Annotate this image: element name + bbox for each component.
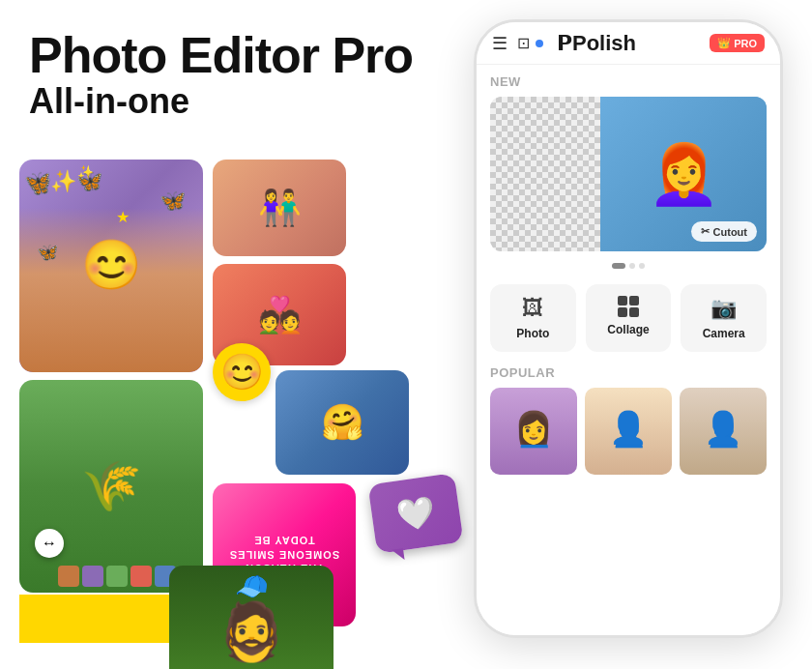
photo-icon: 🖼 <box>522 296 543 321</box>
smiley-badge: 😊 <box>213 343 271 401</box>
heart-bubble: 🤍 <box>367 473 463 554</box>
dot-1[interactable] <box>612 263 625 269</box>
phone-mockup-section: ☰ ⊡ 𝗣Polish 👑 PRO NEW 👩‍🦰 ✂ <box>454 19 802 650</box>
photo-label: Photo <box>516 327 549 340</box>
collage-icon-q4 <box>629 307 639 317</box>
cutout-label: Cutout <box>713 226 747 238</box>
new-feature-card[interactable]: 👩‍🦰 ✂ Cutout <box>490 97 767 251</box>
phone-content: NEW 👩‍🦰 ✂ Cutout � <box>477 65 780 635</box>
photo-butterfly-girl: 🦋 ✨ 🦋 🦋 ★ <box>19 160 203 372</box>
notification-dot <box>536 40 543 47</box>
collage-grid: 🦋 ✨ 🦋 🦋 ★ 😊 ↔ THE REASON SOMEONE SMILES … <box>19 160 450 643</box>
photo-man: 🧢 🧔 <box>169 566 334 669</box>
photo-field-girl: ↔ <box>19 380 203 593</box>
star-icon: ★ <box>116 208 130 226</box>
subtitle: All-in-one <box>29 82 445 121</box>
collage-icon-q1 <box>618 296 627 305</box>
thumb-2 <box>82 566 103 587</box>
photo-couple-top <box>213 160 346 256</box>
scissors-icon: ✂ <box>701 225 710 238</box>
thumb-1 <box>58 566 79 587</box>
photo-button[interactable]: 🖼 Photo <box>490 284 576 352</box>
phone-status-bar: ☰ ⊡ 𝗣Polish 👑 PRO <box>477 22 780 65</box>
person-3-icon: 👤 <box>704 409 742 446</box>
thumbnail-strip <box>58 566 176 587</box>
thumb-3 <box>106 566 128 587</box>
butterfly-icon-left: 🦋 <box>27 174 51 197</box>
collage-icon-q3 <box>618 307 627 317</box>
pro-label: PRO <box>734 38 757 49</box>
new-section-label: NEW <box>490 74 767 89</box>
camera-icon: 📷 <box>710 296 737 321</box>
popular-row: 👩 👤 👤 <box>490 388 767 475</box>
phone-frame: ☰ ⊡ 𝗣Polish 👑 PRO NEW 👩‍🦰 ✂ <box>474 19 783 638</box>
collage-button[interactable]: Collage <box>586 284 672 352</box>
cutout-button[interactable]: ✂ Cutout <box>691 221 757 242</box>
dot-3[interactable] <box>639 263 645 269</box>
popular-thumb-1[interactable]: 👩 <box>490 388 577 475</box>
popular-thumb-3[interactable]: 👤 <box>680 388 767 475</box>
pagination-dots <box>490 263 767 269</box>
dot-2[interactable] <box>629 263 635 269</box>
app-name-rest: Polish <box>572 31 636 55</box>
sparkle-icon: ✨ <box>77 164 94 180</box>
popular-section-label: POPULAR <box>490 365 767 380</box>
direction-circle: ↔ <box>35 529 64 558</box>
photo-couple-bot <box>276 370 409 475</box>
crown-icon: 👑 <box>717 37 731 49</box>
app-name: 𝗣Polish <box>557 31 700 56</box>
collage-icon-q2 <box>629 296 639 305</box>
person-2-icon: 👤 <box>609 409 648 446</box>
thumb-4 <box>130 566 152 587</box>
heart-icon: 🤍 <box>394 492 438 534</box>
camera-button[interactable]: 📷 Camera <box>681 284 767 352</box>
yellow-strip <box>19 595 169 643</box>
man-face-icon: 🧔 <box>221 599 281 655</box>
pro-badge[interactable]: 👑 PRO <box>710 34 765 52</box>
butterfly-icon-right: 🦋 <box>160 189 186 214</box>
app-name-p: 𝗣 <box>557 31 572 55</box>
butterfly-face <box>19 208 203 372</box>
camera-top-icon[interactable]: ⊡ <box>517 34 530 52</box>
camera-label: Camera <box>703 327 745 340</box>
title-block: Photo Editor Pro All-in-one <box>29 29 445 120</box>
main-title: Photo Editor Pro <box>29 29 445 82</box>
collage-label: Collage <box>607 323 649 336</box>
person-icon: 👩‍🦰 <box>648 140 720 209</box>
butterfly-icon-bottom: 🦋 <box>37 242 58 263</box>
hat-icon: 🧢 <box>235 570 269 602</box>
person-1-icon: 👩 <box>514 409 553 446</box>
hamburger-icon[interactable]: ☰ <box>492 33 508 54</box>
popular-thumb-2[interactable]: 👤 <box>585 388 672 475</box>
action-buttons-row: 🖼 Photo Collage 📷 Camera <box>490 284 767 352</box>
collage-icon <box>618 296 639 317</box>
